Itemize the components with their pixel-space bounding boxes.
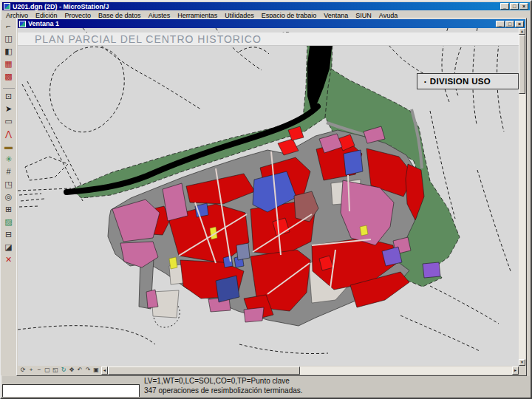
main-tool-measure-icon[interactable]: ▬	[1, 140, 16, 153]
view-pan-icon[interactable]: ✥	[68, 366, 75, 374]
main-tool-terrain-icon[interactable]: ✳	[1, 153, 16, 166]
main-tool-delete-icon[interactable]: ✕	[1, 253, 16, 266]
main-tool-tags-icon[interactable]: #	[1, 166, 16, 178]
status-message-text: 347 operaciones de resimbolización termi…	[144, 386, 303, 395]
main-titlebar: U201.dgn (2D) - MicroStation/J _ □ ×	[2, 2, 530, 10]
main-tool-points-icon[interactable]: ⋀	[1, 128, 16, 140]
legend-label: DIVISION USO	[430, 77, 491, 86]
close-button[interactable]: ×	[519, 3, 528, 10]
main-tool-grid-icon[interactable]: ⊞	[1, 203, 16, 216]
main-tool-linear-icon[interactable]: ⌐	[1, 20, 16, 33]
restore-button[interactable]: □	[510, 3, 519, 10]
view-window-title: Ventana 1	[28, 20, 59, 27]
view-titlebar: Ventana 1 _ □ ×	[18, 19, 525, 28]
main-tool-mirror-icon[interactable]: ◧	[1, 45, 16, 58]
view-control-toolbar: ⟳+−▢◱↻✥↶↷▣	[18, 366, 101, 374]
main-tool-manipulate-icon[interactable]: ⊟	[1, 228, 16, 241]
view-window-buttons: _ □ ×	[496, 21, 525, 27]
view-next-icon[interactable]: ↷	[84, 366, 92, 374]
vertical-scrollbar[interactable]: ▲ ▼	[519, 28, 525, 366]
scroll-up-icon[interactable]: ▲	[519, 28, 525, 35]
view-window-icon	[19, 21, 26, 27]
view-previous-icon[interactable]: ↶	[76, 366, 83, 374]
vertical-scroll-thumb[interactable]	[519, 35, 525, 94]
active-settings-text: LV=1,WT=0,LC=SOL,CO=0,TP=Punto clave	[144, 377, 290, 385]
view-window-area-icon[interactable]: ▢	[44, 366, 51, 374]
map-title: PLAN PARCIAL DEL CENTRO HISTORICO	[35, 33, 262, 45]
view-update-icon[interactable]: ⟳	[19, 366, 27, 374]
view-zoom-out-icon[interactable]: −	[35, 366, 43, 374]
main-tool-frame: ⌐◫◧▦▩⊡➤▭⋀▬✳#◳◎⊞▨⊟◪✕	[1, 20, 16, 375]
scroll-left-icon[interactable]: ◄	[101, 366, 108, 375]
main-tool-cells-icon[interactable]: ▦	[1, 58, 16, 70]
main-tool-fence-icon[interactable]: ▭	[1, 115, 16, 128]
status-bar: LV=1,WT=0,LC=SOL,CO=0,TP=Punto clave 347…	[2, 376, 530, 397]
view-close-button[interactable]: ×	[515, 21, 524, 27]
view-bottom-bar: ⟳+−▢◱↻✥↶↷▣ ◄ ►	[18, 366, 519, 375]
main-window-buttons: _ □ ×	[500, 3, 530, 10]
view-restore-button[interactable]: □	[505, 21, 514, 27]
horizontal-scrollbar[interactable]: ◄ ►	[101, 366, 519, 375]
legend-division-uso: • DIVISION USO	[417, 73, 519, 89]
scroll-down-icon[interactable]: ▼	[519, 359, 525, 366]
main-tool-hatch-icon[interactable]: ▨	[1, 216, 16, 228]
legend-bullet: •	[424, 78, 426, 85]
main-tool-circles-icon[interactable]: ◎	[1, 191, 16, 203]
horizontal-scroll-thumb[interactable]	[108, 366, 300, 375]
map-canvas[interactable]: PLAN PARCIAL DEL CENTRO HISTORICO • DIVI…	[18, 28, 519, 366]
view-minimize-button[interactable]: _	[496, 21, 505, 27]
view-copy-icon[interactable]: ▣	[92, 366, 100, 374]
main-tool-patterns-icon[interactable]: ▩	[1, 70, 16, 83]
scroll-right-icon[interactable]: ►	[512, 366, 519, 375]
view-fit-icon[interactable]: ◱	[52, 366, 59, 374]
key-in-field[interactable]	[2, 384, 140, 397]
main-tool-modify-icon[interactable]: ◳	[1, 178, 16, 191]
main-tool-element-selection-icon[interactable]: ➤	[1, 103, 16, 115]
minimize-button[interactable]: _	[500, 3, 509, 10]
window-title: U201.dgn (2D) - MicroStation/J	[13, 3, 109, 10]
view-zoom-in-icon[interactable]: +	[27, 366, 35, 374]
view-rotate-icon[interactable]: ↻	[60, 366, 67, 374]
view-window-1: Ventana 1 _ □ ×	[16, 18, 527, 376]
microstation-app-icon	[4, 3, 10, 10]
main-tool-change-attributes-icon[interactable]: ⊡	[3, 88, 15, 103]
main-tool-drop-icon[interactable]: ◪	[1, 241, 16, 253]
main-tool-copy-icon[interactable]: ◫	[1, 33, 16, 45]
